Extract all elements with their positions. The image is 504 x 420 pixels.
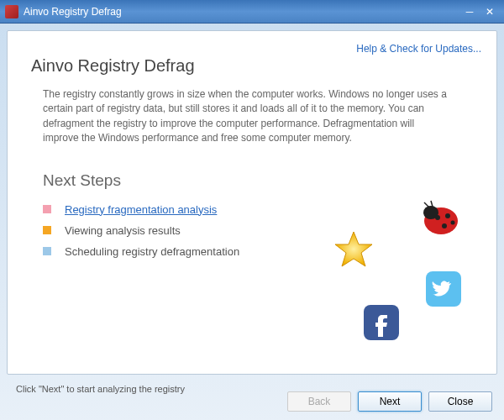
step-link-analysis[interactable]: Registry fragmentation analysis [65,203,217,216]
next-button[interactable]: Next [358,391,422,412]
svg-point-4 [442,223,447,228]
next-steps-heading: Next Steps [43,171,473,190]
svg-point-2 [435,215,440,220]
svg-point-3 [445,213,450,218]
page-title: Ainvo Registry Defrag [31,56,473,76]
bullet-icon [43,205,51,213]
description-text: The registry constantly grows in size wh… [31,87,451,146]
svg-line-7 [431,201,433,207]
titlebar: Ainvo Registry Defrag ─ ✕ [0,0,504,24]
svg-line-6 [424,202,429,207]
back-button: Back [287,391,351,412]
svg-marker-8 [335,232,372,266]
close-window-button[interactable]: ✕ [480,4,499,19]
facebook-icon[interactable] [362,303,401,342]
twitter-icon[interactable] [424,270,463,308]
help-updates-link[interactable]: Help & Check for Updates... [356,43,481,55]
close-button[interactable]: Close [428,391,492,412]
decorative-icons [328,199,463,342]
window-title: Ainvo Registry Defrag [24,6,122,18]
bullet-icon [43,226,51,234]
minimize-button[interactable]: ─ [460,4,479,19]
footer-buttons: Back Next Close [287,391,492,412]
bullet-icon [43,247,51,255]
ladybug-icon[interactable] [414,199,463,239]
svg-point-5 [451,221,455,225]
star-icon[interactable] [333,229,375,271]
content-panel: Help & Check for Updates... Ainvo Regist… [7,30,497,375]
app-icon [5,5,18,18]
hint-text: Click "Next" to start analyzing the regi… [16,384,185,394]
step-label: Viewing analysis results [65,224,181,237]
step-label: Scheduling registry defragmentation [65,245,239,258]
